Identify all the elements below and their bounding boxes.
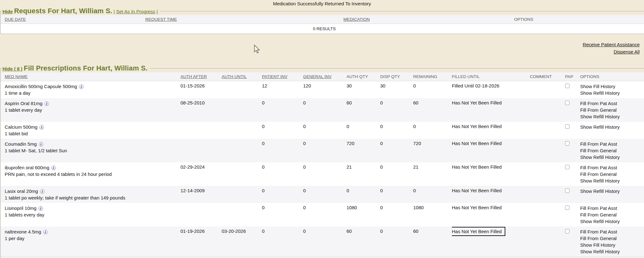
- dosage-instructions: 1 tablet every day: [5, 107, 179, 113]
- auth-after-cell: 01-19-2026: [180, 227, 222, 257]
- options-cell: Show Fill HistoryShow Refill History: [580, 81, 644, 98]
- fill-from-pat-asst-link[interactable]: Fill From Pat Asst: [580, 228, 643, 235]
- disp-qty-cell: 0: [380, 162, 413, 186]
- auth-qty-cell: 30: [347, 81, 380, 98]
- med-name-text: Lasix oral 20mg: [5, 188, 38, 194]
- dosage-instructions: 1 tablet bid: [5, 130, 179, 137]
- info-icon[interactable]: i: [44, 101, 49, 106]
- column-header-comment: COMMENT: [530, 74, 552, 79]
- comment-cell: [530, 227, 565, 257]
- hide-fill-prescriptions-link[interactable]: Hide ( 8 ): [3, 66, 22, 71]
- options-cell: Fill From Pat AsstFill From GeneralShow …: [580, 227, 644, 257]
- requests-table-header-row: DUE DATEREQUEST TIMEMEDICATIONOPTIONS: [1, 15, 644, 24]
- comment-cell: [530, 186, 565, 203]
- show-refill-history-link[interactable]: Show Refill History: [580, 188, 643, 194]
- separator: |: [114, 9, 115, 14]
- fill-from-general-link[interactable]: Fill From General: [580, 147, 643, 154]
- disp-qty-cell: 0: [380, 122, 413, 139]
- pap-checkbox[interactable]: [565, 141, 569, 146]
- patient-inv-cell: 12: [262, 81, 303, 98]
- auth-after-cell: 08-25-2010: [180, 98, 222, 122]
- show-fill-history-link[interactable]: Show Fill History: [580, 83, 643, 90]
- fill-from-pat-asst-link[interactable]: Fill From Pat Asst: [580, 205, 643, 211]
- set-as-in-progress-link[interactable]: Set As In Progress: [116, 9, 155, 14]
- column-header-medication[interactable]: MEDICATION: [343, 17, 370, 22]
- disp-qty-cell: 0: [380, 203, 413, 227]
- fill-prescriptions-table: MED NAMEAUTH AFTERAUTH UNTILPATIENT INVG…: [1, 72, 644, 257]
- column-header-general-inv[interactable]: GENERAL INV: [303, 74, 331, 79]
- show-fill-history-link[interactable]: Show Fill History: [580, 242, 643, 248]
- pap-checkbox[interactable]: [565, 101, 569, 105]
- info-icon[interactable]: i: [38, 206, 43, 211]
- fill-from-pat-asst-link[interactable]: Fill From Pat Asst: [580, 100, 643, 107]
- column-header-auth-after[interactable]: AUTH AFTER: [180, 74, 207, 79]
- column-header-med-name[interactable]: MED NAME: [5, 74, 28, 79]
- fill-prescriptions-section-header: Hide ( 8 ) Fill Prescriptions For Hart, …: [2, 64, 149, 72]
- pagination-status: DISPLAYING 1-8 / 8: [1, 257, 644, 258]
- column-header-auth-qty: AUTH QTY: [347, 74, 368, 79]
- column-header-patient-inv[interactable]: PATIENT INV: [262, 74, 287, 79]
- disp-qty-cell: 0: [380, 139, 413, 162]
- column-header-auth-until[interactable]: AUTH UNTIL: [222, 74, 247, 79]
- show-refill-history-link[interactable]: Show Refill History: [580, 124, 643, 130]
- show-refill-history-link[interactable]: Show Refill History: [580, 154, 643, 160]
- pap-checkbox[interactable]: [565, 188, 569, 193]
- med-cell: Lisinopril 10mgi1 tablets every day: [1, 203, 180, 227]
- options-cell: Fill From Pat AsstFill From GeneralShow …: [580, 162, 644, 186]
- show-refill-history-link[interactable]: Show Refill History: [580, 248, 643, 255]
- show-refill-history-link[interactable]: Show Refill History: [580, 218, 643, 225]
- fill-from-pat-asst-link[interactable]: Fill From Pat Asst: [580, 141, 643, 147]
- auth-until-cell: [222, 81, 262, 98]
- comment-cell: [530, 98, 565, 122]
- auth-after-cell: 01-15-2026: [180, 81, 222, 98]
- comment-cell: [530, 162, 565, 186]
- column-header-request-time[interactable]: REQUEST TIME: [145, 17, 177, 22]
- general-inv-cell: 0: [303, 186, 347, 203]
- pap-checkbox[interactable]: [565, 229, 569, 233]
- pap-checkbox[interactable]: [565, 124, 569, 129]
- info-icon[interactable]: i: [43, 230, 48, 234]
- pap-checkbox[interactable]: [565, 84, 569, 88]
- info-icon[interactable]: i: [39, 142, 43, 147]
- auth-qty-cell: 1080: [347, 203, 380, 227]
- auth-after-cell: [180, 139, 222, 162]
- filled-until-status: Has Not Yet Been Filled: [452, 100, 502, 105]
- fill-from-pat-asst-link[interactable]: Fill From Pat Asst: [580, 164, 643, 171]
- auth-until-cell: [222, 98, 262, 122]
- auth-until-cell: 03-20-2026: [222, 227, 262, 257]
- med-cell: ibuprofen oral 600mgiPRN pain, not to ex…: [1, 162, 180, 186]
- show-refill-history-link[interactable]: Show Refill History: [580, 113, 643, 120]
- show-refill-history-link[interactable]: Show Refill History: [580, 90, 643, 96]
- auth-until-cell: [222, 122, 262, 139]
- fill-from-general-link[interactable]: Fill From General: [580, 107, 643, 113]
- info-icon[interactable]: i: [51, 165, 56, 170]
- auth-qty-cell: 720: [347, 139, 380, 162]
- info-icon[interactable]: i: [79, 84, 84, 89]
- med-name-text: Aspirin Oral 81mg: [5, 101, 42, 106]
- requests-section-header: Hide Requests For Hart, William S. | Set…: [2, 7, 160, 15]
- requests-empty-row: 0 RESULTS: [1, 24, 644, 34]
- auth-after-cell: 02-29-2024: [180, 162, 222, 186]
- fill-from-general-link[interactable]: Fill From General: [580, 235, 643, 242]
- med-name-text: Amoxicillin 500mg Capsule 500mg: [5, 84, 77, 89]
- dispense-all-link[interactable]: Dispense All: [0, 48, 640, 55]
- hide-requests-link[interactable]: Hide: [3, 9, 13, 14]
- med-cell: Calcium 500mgi1 tablet bid: [1, 122, 180, 139]
- prescription-row: ibuprofen oral 600mgiPRN pain, not to ex…: [1, 162, 644, 186]
- show-refill-history-link[interactable]: Show Refill History: [580, 177, 643, 184]
- filled-until-status: Has Not Yet Been Filled: [452, 205, 502, 210]
- column-header-due-date[interactable]: DUE DATE: [5, 17, 26, 22]
- fill-from-general-link[interactable]: Fill From General: [580, 171, 643, 177]
- pap-checkbox[interactable]: [565, 205, 569, 210]
- receive-patient-assistance-link[interactable]: Receive Patient Assistance: [0, 41, 640, 48]
- prescription-row: Calcium 500mgi1 tablet bid00000Has Not Y…: [1, 122, 644, 139]
- info-icon[interactable]: i: [40, 189, 45, 194]
- disp-qty-cell: 0: [380, 98, 413, 122]
- info-icon[interactable]: i: [39, 125, 44, 130]
- remaining-cell: 1080: [413, 203, 452, 227]
- fill-from-general-link[interactable]: Fill From General: [580, 211, 643, 218]
- pap-checkbox[interactable]: [565, 165, 569, 169]
- disp-qty-cell: 0: [380, 227, 413, 257]
- remaining-cell: 60: [413, 227, 452, 257]
- separator: |: [157, 9, 158, 14]
